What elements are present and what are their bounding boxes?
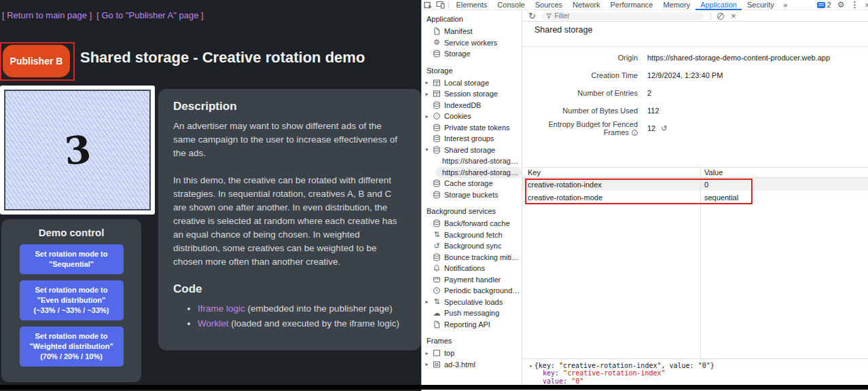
settings-gear-icon[interactable]: ⚙ xyxy=(837,0,845,10)
sidebar-item-speculative-loads[interactable]: ▸⇅Speculative loads xyxy=(422,297,522,308)
demo-control-title: Demo control xyxy=(1,219,141,238)
sidebar-item-ad-3-html[interactable]: ▸ad-3.html xyxy=(422,359,522,371)
sidebar-item-interest-groups[interactable]: Interest groups xyxy=(422,133,522,145)
more-tabs-icon[interactable]: » xyxy=(779,0,791,10)
sidebar-item-local-storage[interactable]: ▸Local storage xyxy=(422,77,522,89)
devtools-tabs: ElementsConsoleSourcesNetworkPerformance… xyxy=(451,0,791,10)
page-title: Shared storage - Creative rotation demo xyxy=(80,49,365,67)
sidebar-item-manifest[interactable]: Manifest xyxy=(422,26,522,37)
database-icon xyxy=(432,179,441,187)
gear-icon: ⚙ xyxy=(432,39,441,46)
shared-storage-heading: Shared storage xyxy=(535,25,592,35)
tab-console[interactable]: Console xyxy=(492,0,530,10)
cell-key[interactable]: creative-rotation-mode xyxy=(522,193,700,202)
reset-entropy-icon[interactable]: ↺ xyxy=(661,124,667,133)
card-icon xyxy=(432,276,441,284)
sidebar-item-label: https://shared-storage-d... xyxy=(442,168,522,176)
cell-key[interactable]: creative-rotation-index xyxy=(522,181,700,189)
sidebar-item-reporting-api[interactable]: Reporting API xyxy=(422,319,522,331)
column-header-value[interactable]: Value xyxy=(700,168,723,176)
tab-network[interactable]: Network xyxy=(568,0,605,10)
sidebar-item-background-fetch[interactable]: ⇅Background fetch xyxy=(422,229,522,241)
sidebar-item-label: Storage xyxy=(444,50,471,58)
sidebar-item-bounce-tracking-mitiga[interactable]: Bounce tracking mitiga... xyxy=(422,252,522,263)
refresh-icon[interactable]: ↻ xyxy=(528,12,536,20)
chevron-right-icon[interactable]: ▸ xyxy=(422,361,432,367)
iframe-icon xyxy=(432,360,441,369)
chevron-right-icon[interactable]: ▸ xyxy=(422,91,432,97)
publisher-b-button[interactable]: Publisher B xyxy=(3,45,70,77)
rotation-mode-button[interactable]: Set rotation mode to"Weighted distributi… xyxy=(20,327,124,367)
sidebar-item-background-sync[interactable]: ↺Background sync xyxy=(422,240,522,252)
rotation-mode-button[interactable]: Set rotation mode to"Even distribution"(… xyxy=(20,280,124,320)
info-icon[interactable]: i xyxy=(632,130,638,136)
sidebar-item-service-workers[interactable]: ⚙Service workers xyxy=(422,37,522,49)
tabbar-right: 2 ⚙ ⋮ × xyxy=(817,0,868,10)
sidebar-item-payment-handler[interactable]: Payment handler xyxy=(422,274,522,286)
sidebar-section: Background servicesBack/forward cache⇅Ba… xyxy=(422,203,522,330)
sidebar-item-label: Background fetch xyxy=(444,231,503,239)
chevron-right-icon[interactable]: ▸ xyxy=(422,113,432,119)
issues-counter[interactable]: 2 xyxy=(817,1,831,9)
cell-value[interactable]: sequential xyxy=(700,193,738,202)
nav-link-publisher-a[interactable]: [ Go to "Publisher A" page ] xyxy=(96,10,203,20)
meta-row: Originhttps://shared-storage-demo-conten… xyxy=(522,49,868,67)
preview-summary: {key: "creative-rotation-index", value: … xyxy=(535,362,715,369)
chevron-right-icon[interactable]: ▸ xyxy=(422,299,432,305)
sidebar-item-https-shared-storage-d[interactable]: https://shared-storage-d... xyxy=(435,167,522,179)
sidebar-item-https-shared-storage-d[interactable]: https://shared-storage-d... xyxy=(422,155,522,167)
tab-application[interactable]: Application xyxy=(695,0,742,10)
sidebar-item-shared-storage[interactable]: ▾Shared storage xyxy=(422,145,522,156)
sidebar-section-header: Storage xyxy=(422,62,522,77)
kebab-menu-icon[interactable]: ⋮ xyxy=(850,0,858,10)
code-link[interactable]: Iframe logic xyxy=(198,303,245,314)
entry-preview-pane: ▾{key: "creative-rotation-index", value:… xyxy=(522,358,868,385)
sync-icon: ↺ xyxy=(432,242,441,250)
button-line: "Even distribution" xyxy=(22,295,121,305)
rotation-mode-button[interactable]: Set rotation mode to"Sequential" xyxy=(20,244,124,274)
sidebar-item-label: Reporting API xyxy=(444,320,490,329)
sidebar-item-session-storage[interactable]: ▸Session storage xyxy=(422,88,522,100)
sidebar-item-label: Payment handler xyxy=(444,276,501,284)
close-devtools-icon[interactable]: × xyxy=(865,0,868,10)
code-link[interactable]: Worklet xyxy=(198,318,229,329)
sidebar-item-back-forward-cache[interactable]: Back/forward cache xyxy=(422,218,522,229)
delete-selected-icon[interactable]: × xyxy=(731,12,736,20)
tab-elements[interactable]: Elements xyxy=(451,0,492,10)
clear-storage-icon[interactable] xyxy=(717,13,724,20)
sidebar-item-cache-storage[interactable]: Cache storage xyxy=(422,178,522,189)
description-panel: Description An advertiser may want to sh… xyxy=(158,89,421,350)
nav-link-main-page[interactable]: [ Return to main page ] xyxy=(2,10,92,20)
demo-control-panel: Demo control Set rotation mode to"Sequen… xyxy=(1,219,141,382)
disclosure-triangle-icon[interactable]: ▾ xyxy=(529,363,532,369)
column-divider[interactable] xyxy=(700,168,701,358)
sidebar-item-private-state-tokens[interactable]: Private state tokens xyxy=(422,122,522,134)
sidebar-item-storage-buckets[interactable]: Storage buckets xyxy=(422,189,522,201)
chevron-right-icon[interactable]: ▸ xyxy=(422,79,432,86)
filter-pill[interactable] xyxy=(541,12,704,20)
tab-sources[interactable]: Sources xyxy=(530,0,567,10)
filter-input[interactable] xyxy=(554,12,700,20)
table-row[interactable]: creative-rotation-modesequential xyxy=(522,191,868,204)
chevron-right-icon[interactable]: ▸ xyxy=(422,350,432,356)
tab-performance[interactable]: Performance xyxy=(605,0,658,10)
inspect-element-icon[interactable] xyxy=(422,0,434,10)
database-icon xyxy=(432,191,441,199)
sidebar-item-push-messaging[interactable]: ☁Push messaging xyxy=(422,308,522,319)
cell-value[interactable]: 0 xyxy=(700,181,708,189)
sidebar-item-notifications[interactable]: Notifications xyxy=(422,263,522,274)
sidebar-item-periodic-background-s[interactable]: Periodic background s... xyxy=(422,285,522,297)
button-line: (70% / 20% / 10%) xyxy=(22,352,121,362)
chevron-down-icon[interactable]: ▾ xyxy=(422,147,432,153)
meta-label: Entropy Budget for Fenced Framesi xyxy=(522,120,638,136)
table-row[interactable]: creative-rotation-index0 xyxy=(522,178,868,191)
tab-security[interactable]: Security xyxy=(742,0,779,10)
sidebar-item-indexeddb[interactable]: IndexedDB xyxy=(422,100,522,111)
column-header-key[interactable]: Key xyxy=(522,168,700,176)
tab-memory[interactable]: Memory xyxy=(658,0,695,10)
sidebar-item-storage[interactable]: Storage xyxy=(422,48,522,60)
device-toolbar-icon[interactable] xyxy=(434,0,446,10)
sidebar-item-top[interactable]: ▸top xyxy=(422,348,522,359)
sidebar-item-cookies[interactable]: ▸Cookies xyxy=(422,111,522,122)
meta-label: Origin xyxy=(522,54,638,62)
